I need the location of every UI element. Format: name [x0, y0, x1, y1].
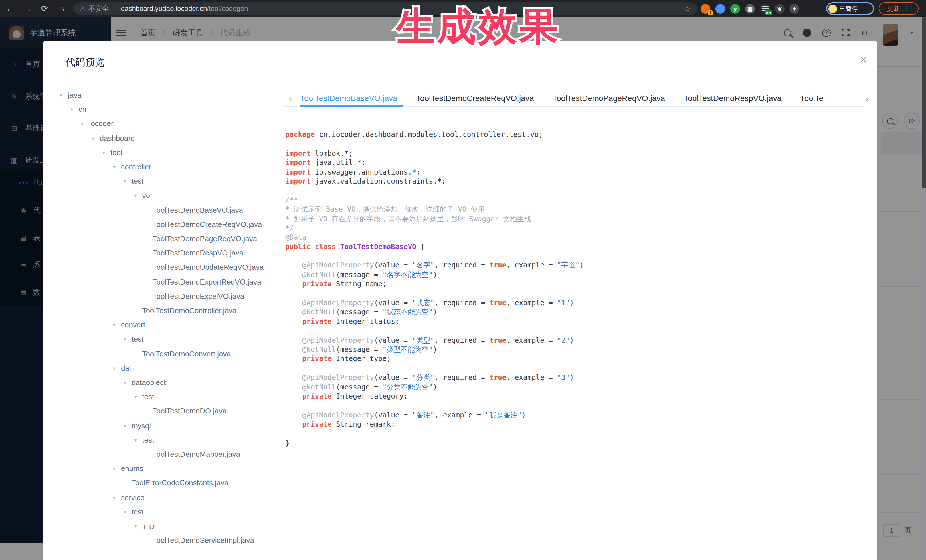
caret-down-icon[interactable]: ▾ [124, 377, 126, 388]
file-tab[interactable]: ToolTestDemoPageReqVO.java [552, 90, 665, 107]
tree-node-label[interactable]: vo [142, 190, 150, 202]
tree-node-label[interactable]: java [68, 89, 82, 101]
browser-profile-chip[interactable]: 已暂停 [826, 2, 874, 15]
code-line: @NotNull(message = "分类不能为空") [285, 382, 861, 392]
tree-node-label[interactable]: ToolTestDemoDO.java [153, 406, 227, 417]
tree-node-label[interactable]: ToolErrorCodeConstants.java [132, 478, 228, 489]
security-warning-icon[interactable]: ⚠ [80, 5, 86, 12]
browser-home-icon[interactable]: ⌂ [55, 0, 68, 17]
code-line: import lombok.*; [285, 149, 861, 158]
tree-node-label[interactable]: ToolTestDemoPageReqVO.java [153, 233, 257, 245]
tree-node-label[interactable]: convert [121, 319, 145, 331]
tree-node-label[interactable]: dal [121, 363, 131, 374]
close-icon[interactable]: × [858, 54, 869, 66]
caret-down-icon[interactable]: ▾ [60, 89, 62, 101]
code-line: @ApiModelProperty(value = "备注", example … [285, 410, 861, 420]
tree-node-label[interactable]: impl [142, 521, 156, 532]
tabs-prev-icon[interactable]: ‹ [289, 90, 292, 107]
tree-node-label[interactable]: ToolTestDemoBaseVO.java [153, 204, 244, 216]
browser-menu-icon[interactable]: ⋮ [903, 5, 910, 12]
tree-node-label[interactable]: test [132, 506, 144, 518]
extension-y-icon[interactable]: y [730, 4, 740, 14]
caret-down-icon[interactable]: ▾ [124, 420, 126, 432]
code-line: @NotNull(message = "类型不能为空") [285, 345, 861, 355]
tree-node-label[interactable]: cn [79, 104, 86, 115]
extension-drop-icon[interactable] [716, 4, 725, 14]
extension-grid-icon[interactable]: ▦ [745, 4, 755, 14]
caret-down-icon[interactable]: ▾ [113, 319, 115, 331]
tree-node-label[interactable]: tool [110, 147, 123, 158]
tree-node-label[interactable]: mysql [132, 420, 151, 432]
caret-down-icon[interactable]: ▾ [113, 162, 115, 173]
extension-list-icon[interactable]: on [760, 4, 770, 14]
file-tab[interactable]: ToolTestDemoCreateReqVO.java [416, 90, 534, 107]
code-line: * 测试示例 Base VO，提供给添加、修改、详细的子 VO 使用 [285, 205, 861, 214]
extensions-area: 1y▦on❦✦ [701, 0, 799, 17]
tree-node-label[interactable]: ToolTestDemoConvert.java [142, 348, 231, 359]
url-host: dashboard.yudao.iocoder.cn [121, 5, 207, 12]
address-bar[interactable]: ⚠ 不安全 dashboard.yudao.iocoder.cn /tool/c… [73, 2, 697, 15]
browser-reload-icon[interactable]: ⟳ [38, 0, 51, 17]
code-line: private Integer type; [285, 355, 861, 364]
code-line: private Integer category; [285, 392, 861, 401]
tree-node-label[interactable]: ToolTestDemoServiceImpl.java [153, 535, 254, 546]
caret-down-icon[interactable]: ▾ [124, 176, 126, 187]
scrollbar-track[interactable] [922, 188, 926, 560]
tree-node-label[interactable]: dashboard [100, 133, 135, 144]
tree-node-label[interactable]: dataobject [132, 377, 166, 388]
profile-status: 已暂停 [839, 4, 858, 13]
tree-node-label[interactable]: test [132, 176, 144, 187]
caret-down-icon[interactable]: ▾ [134, 521, 137, 532]
tree-node-label[interactable]: ToolTestDemoExcelVO.java [153, 291, 245, 302]
tree-node-label[interactable]: controller [121, 162, 151, 173]
scrollbar-thumb[interactable] [922, 17, 926, 188]
bookmark-star-icon[interactable]: ☆ [684, 4, 690, 13]
code-line: @NotNull(message = "状态不能为空") [285, 308, 861, 317]
tree-node-label[interactable]: ToolTestDemoCreateReqVO.java [153, 219, 262, 230]
tree-node-label[interactable]: ToolTestDemoUpdateReqVO.java [153, 262, 264, 273]
caret-down-icon[interactable]: ▾ [70, 104, 73, 115]
extension-leaf-icon[interactable]: ❦ [775, 4, 784, 14]
browser-back-icon[interactable]: ← [3, 0, 17, 17]
caret-down-icon[interactable]: ▾ [81, 118, 83, 130]
extension-puzzle-icon[interactable]: ✦ [790, 4, 799, 14]
caret-down-icon[interactable]: ▾ [103, 147, 105, 158]
active-tab-indicator [300, 106, 403, 107]
tree-node-label[interactable]: test [142, 391, 154, 403]
file-tab[interactable]: ToolTe [800, 90, 823, 107]
code-line: private String remark; [285, 420, 861, 429]
tree-node-label[interactable]: enums [121, 463, 143, 474]
code-line: package cn.iocoder.dashboard.modules.too… [285, 130, 861, 139]
caret-down-icon[interactable]: ▾ [134, 435, 137, 446]
tree-node-label[interactable]: test [142, 435, 154, 446]
caret-down-icon[interactable]: ▾ [134, 391, 137, 403]
tree-node-label[interactable]: ToolTestDemoMapper.java [153, 449, 240, 460]
browser-update-button[interactable]: 更新 ⋮ [879, 2, 918, 15]
file-tab[interactable]: ToolTestDemoBaseVO.java [300, 90, 397, 107]
caret-down-icon[interactable]: ▾ [113, 463, 115, 474]
caret-down-icon[interactable]: ▾ [92, 133, 94, 144]
tabs-next-icon[interactable]: › [865, 90, 868, 107]
caret-down-icon[interactable]: ▾ [124, 506, 126, 518]
caret-down-icon[interactable]: ▾ [113, 492, 115, 503]
caret-down-icon[interactable]: ▾ [113, 363, 115, 374]
caret-down-icon[interactable]: ▾ [134, 190, 137, 202]
code-line: @ApiModelProperty(value = "名字", required… [285, 261, 861, 270]
tree-node-label[interactable]: test [132, 334, 144, 345]
tree-node-label[interactable]: ToolTestDemoRespVO.java [153, 248, 244, 259]
tree-node-label[interactable]: ToolTestDemoExportReqVO.java [153, 276, 261, 288]
tree-node-label[interactable]: iocoder [89, 118, 113, 130]
tree-node-label[interactable]: ToolTestDemoController.java [142, 305, 236, 317]
file-tab[interactable]: ToolTestDemoRespVO.java [684, 90, 781, 107]
code-line [285, 139, 861, 149]
code-line: public class ToolTestDemoBaseVO { [285, 242, 861, 252]
browser-forward-icon[interactable]: → [21, 0, 34, 17]
tree-node-label[interactable]: service [121, 492, 144, 503]
code-line: /** [285, 195, 861, 205]
code-line: import java.util.*; [285, 158, 861, 168]
extension-orange-icon[interactable]: 1 [701, 4, 710, 14]
code-viewer[interactable]: package cn.iocoder.dashboard.modules.too… [285, 130, 861, 448]
code-line: */ [285, 223, 861, 233]
code-line [285, 186, 861, 196]
caret-down-icon[interactable]: ▾ [124, 334, 126, 345]
